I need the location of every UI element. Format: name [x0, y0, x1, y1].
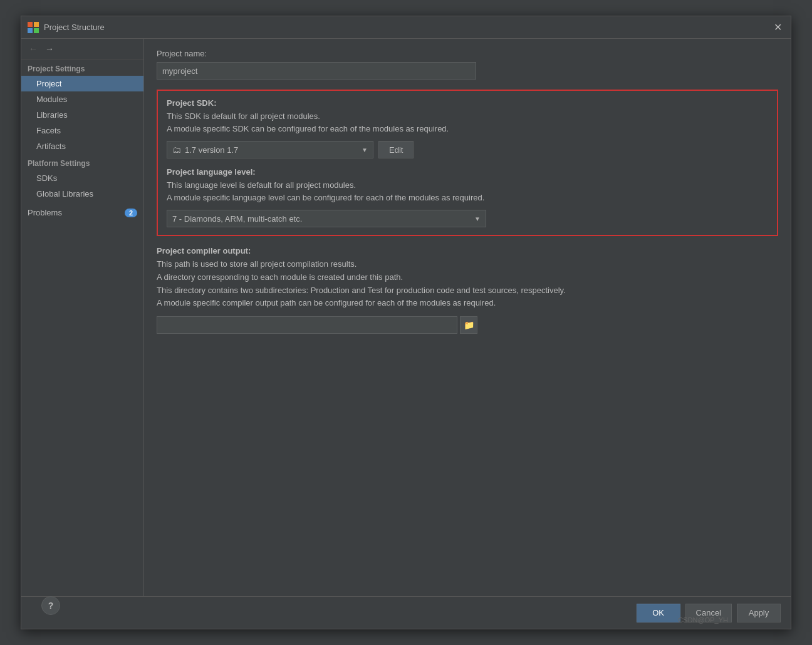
project-name-group: Project name:: [157, 49, 778, 80]
app-icon: [28, 22, 39, 33]
lang-dropdown-arrow: ▼: [474, 215, 481, 222]
lang-title: Project language level:: [167, 167, 768, 177]
svg-rect-0: [28, 22, 33, 27]
sidebar-item-project[interactable]: Project: [21, 76, 143, 91]
project-settings-label: Project Settings: [21, 59, 143, 76]
compiler-section: Project compiler output: This path is us…: [157, 246, 778, 334]
language-dropdown[interactable]: 7 - Diamonds, ARM, multi-catch etc. ▼: [167, 210, 486, 227]
sidebar-item-problems[interactable]: Problems 2: [21, 204, 143, 221]
sidebar-item-sdks[interactable]: SDKs: [21, 170, 143, 186]
ok-button[interactable]: OK: [637, 604, 680, 622]
project-name-input[interactable]: [157, 62, 476, 80]
sdk-dropdown-arrow: ▼: [362, 147, 368, 153]
compiler-path-input[interactable]: [157, 316, 457, 334]
sidebar-item-facets[interactable]: Facets: [21, 123, 143, 138]
bottom-bar: ? OK Cancel Apply: [21, 596, 791, 629]
project-structure-dialog: Project Structure ✕ ← → Project Settings…: [21, 16, 791, 629]
compiler-title: Project compiler output:: [157, 246, 778, 255]
sdk-row: 🗂 1.7 version 1.7 ▼ Edit: [167, 141, 768, 158]
sidebar-item-libraries[interactable]: Libraries: [21, 107, 143, 123]
project-name-label: Project name:: [157, 49, 778, 58]
platform-settings-label: Platform Settings: [21, 154, 143, 170]
back-arrow[interactable]: ←: [26, 43, 40, 55]
content-area: ← → Project Settings Project Modules Lib…: [21, 39, 791, 596]
problems-label: Problems: [28, 208, 125, 217]
sdk-desc1: This SDK is default for all project modu…: [167, 110, 768, 135]
sdk-value: 1.7 version 1.7: [185, 145, 358, 155]
watermark: CSDN@OP_YH: [678, 616, 728, 624]
title-bar: Project Structure ✕: [21, 16, 791, 39]
close-button[interactable]: ✕: [771, 21, 784, 34]
forward-arrow[interactable]: →: [43, 43, 56, 55]
sidebar: ← → Project Settings Project Modules Lib…: [21, 39, 144, 596]
compiler-desc: This path is used to store all project c…: [157, 258, 778, 310]
sdk-title: Project SDK:: [167, 98, 768, 108]
sidebar-item-global-libraries[interactable]: Global Libraries: [21, 186, 143, 202]
apply-button[interactable]: Apply: [737, 604, 781, 622]
help-button[interactable]: ?: [41, 596, 60, 615]
sdk-edit-button[interactable]: Edit: [378, 141, 414, 158]
nav-arrows: ← →: [21, 39, 143, 59]
compiler-path-browse-button[interactable]: 📁: [460, 316, 477, 334]
folder-icon: 🗂: [172, 145, 181, 155]
compiler-path-row: 📁: [157, 316, 778, 334]
problems-badge: 2: [125, 209, 137, 217]
svg-rect-1: [34, 22, 39, 27]
sdk-dropdown[interactable]: 🗂 1.7 version 1.7 ▼: [167, 141, 373, 158]
sidebar-item-artifacts[interactable]: Artifacts: [21, 138, 143, 154]
svg-rect-3: [34, 28, 39, 33]
dialog-title: Project Structure: [44, 23, 771, 32]
svg-rect-2: [28, 28, 33, 33]
lang-value: 7 - Diamonds, ARM, multi-catch etc.: [172, 214, 474, 224]
main-panel: Project name: Project SDK: This SDK is d…: [144, 39, 791, 596]
folder-browse-icon: 📁: [464, 320, 474, 330]
lang-desc: This language level is default for all p…: [167, 179, 768, 204]
sidebar-item-modules[interactable]: Modules: [21, 91, 143, 107]
sdk-section: Project SDK: This SDK is default for all…: [157, 90, 778, 236]
